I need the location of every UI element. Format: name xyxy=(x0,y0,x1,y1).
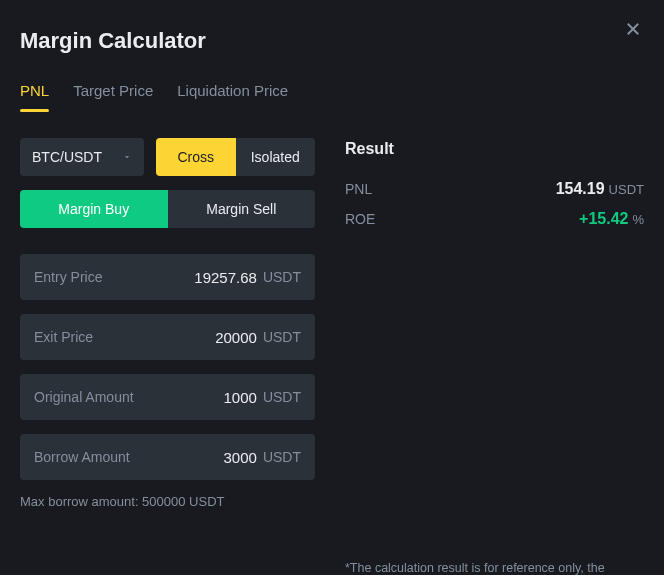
result-pnl-label: PNL xyxy=(345,181,372,197)
result-roe-value: +15.42% xyxy=(579,210,644,228)
close-icon[interactable] xyxy=(624,20,642,38)
original-amount-value: 1000 xyxy=(224,389,257,406)
exit-price-field[interactable]: Exit Price 20000 USDT xyxy=(20,314,315,360)
borrow-amount-value: 3000 xyxy=(224,449,257,466)
input-column: BTC/USDT Cross Isolated Margin Buy Margi… xyxy=(20,138,315,575)
tab-target-price[interactable]: Target Price xyxy=(73,82,153,111)
borrow-amount-unit: USDT xyxy=(263,449,301,465)
borrow-amount-field[interactable]: Borrow Amount 3000 USDT xyxy=(20,434,315,480)
mode-cross[interactable]: Cross xyxy=(156,138,236,176)
mode-isolated[interactable]: Isolated xyxy=(236,138,316,176)
result-disclaimer: *The calculation result is for reference… xyxy=(345,560,644,575)
margin-mode-toggle: Cross Isolated xyxy=(156,138,315,176)
tab-liquidation-price[interactable]: Liquidation Price xyxy=(177,82,288,111)
tabs: PNL Target Price Liquidation Price xyxy=(20,82,644,112)
result-pnl-row: PNL 154.19USDT xyxy=(345,180,644,198)
result-roe-label: ROE xyxy=(345,211,375,227)
exit-price-value: 20000 xyxy=(215,329,257,346)
side-toggle: Margin Buy Margin Sell xyxy=(20,190,315,228)
entry-price-value: 19257.68 xyxy=(194,269,257,286)
entry-price-unit: USDT xyxy=(263,269,301,285)
pair-select-value: BTC/USDT xyxy=(32,149,102,165)
borrow-amount-label: Borrow Amount xyxy=(34,449,224,465)
margin-calculator-panel: Margin Calculator PNL Target Price Liqui… xyxy=(0,0,664,575)
tab-pnl[interactable]: PNL xyxy=(20,82,49,111)
side-margin-buy[interactable]: Margin Buy xyxy=(20,190,168,228)
result-column: Result PNL 154.19USDT ROE +15.42% *The c… xyxy=(345,138,644,575)
side-margin-sell[interactable]: Margin Sell xyxy=(168,190,316,228)
original-amount-label: Original Amount xyxy=(34,389,224,405)
result-title: Result xyxy=(345,140,644,158)
exit-price-label: Exit Price xyxy=(34,329,215,345)
result-roe-row: ROE +15.42% xyxy=(345,210,644,228)
original-amount-unit: USDT xyxy=(263,389,301,405)
pair-select[interactable]: BTC/USDT xyxy=(20,138,144,176)
chevron-down-icon xyxy=(122,149,132,165)
dialog-title: Margin Calculator xyxy=(20,28,644,54)
result-pnl-value: 154.19USDT xyxy=(556,180,644,198)
max-borrow-hint: Max borrow amount: 500000 USDT xyxy=(20,494,315,509)
entry-price-label: Entry Price xyxy=(34,269,194,285)
exit-price-unit: USDT xyxy=(263,329,301,345)
entry-price-field[interactable]: Entry Price 19257.68 USDT xyxy=(20,254,315,300)
original-amount-field[interactable]: Original Amount 1000 USDT xyxy=(20,374,315,420)
